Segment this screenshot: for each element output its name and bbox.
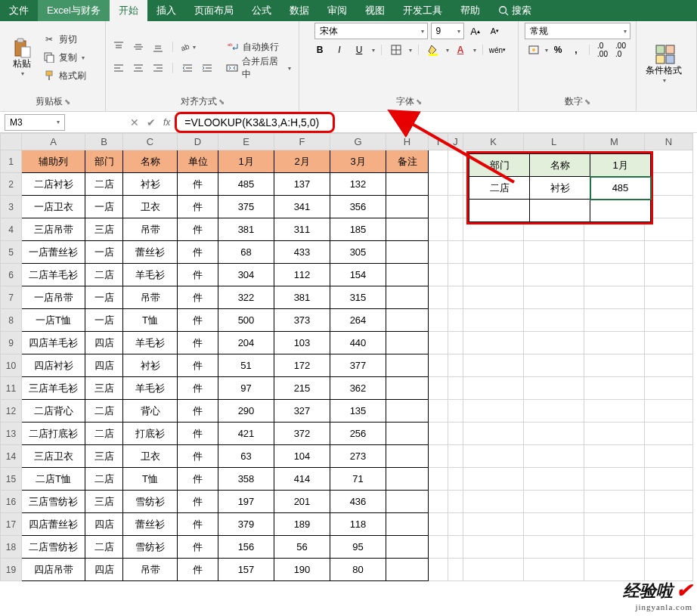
cell[interactable]	[429, 218, 448, 241]
cell[interactable]	[463, 377, 524, 400]
cell[interactable]: 四店羊毛衫	[22, 332, 85, 354]
cell[interactable]	[463, 332, 524, 354]
cell[interactable]	[386, 264, 429, 286]
cell[interactable]: 三店雪纺衫	[22, 491, 85, 513]
cell[interactable]	[386, 196, 429, 218]
cell[interactable]: 三店	[85, 445, 123, 468]
cell[interactable]: 485	[218, 173, 274, 196]
cell[interactable]	[469, 200, 530, 222]
cell[interactable]	[463, 354, 524, 377]
cell[interactable]: 156	[218, 536, 274, 559]
cell[interactable]: 一店	[85, 241, 123, 264]
cell[interactable]: 衬衫	[123, 354, 178, 377]
cell[interactable]: 件	[178, 536, 218, 559]
cell[interactable]	[524, 332, 584, 354]
cell[interactable]	[448, 445, 463, 468]
cell[interactable]	[386, 286, 429, 309]
col-header[interactable]: N	[645, 134, 693, 150]
cell[interactable]	[584, 264, 645, 286]
cell[interactable]	[448, 286, 463, 309]
row-header[interactable]: 17	[1, 513, 22, 536]
cell[interactable]	[584, 332, 645, 354]
cell[interactable]	[584, 241, 645, 264]
cell[interactable]	[429, 536, 448, 559]
cell[interactable]	[463, 445, 524, 468]
cell[interactable]: 二店衬衫	[22, 173, 85, 196]
cell[interactable]: 二店T恤	[22, 468, 85, 491]
col-header[interactable]: E	[218, 134, 274, 150]
cell[interactable]: 三店	[85, 377, 123, 400]
cell[interactable]: 381	[218, 218, 274, 241]
align-bottom-button[interactable]	[150, 39, 166, 55]
cell[interactable]	[463, 264, 524, 286]
cell[interactable]: 485	[590, 177, 651, 200]
cell[interactable]: 190	[274, 559, 330, 581]
formula-input[interactable]: =VLOOKUP(K3&L3,A:H,5,0)	[175, 112, 335, 133]
cell[interactable]	[429, 445, 448, 468]
cell[interactable]: 421	[218, 423, 274, 445]
cell[interactable]: 358	[218, 468, 274, 491]
cell[interactable]: 290	[218, 400, 274, 423]
cell[interactable]: 二店雪纺衫	[22, 536, 85, 559]
cell[interactable]	[386, 491, 429, 513]
row-header[interactable]: 8	[1, 309, 22, 332]
cell[interactable]: 二店	[85, 400, 123, 423]
cell[interactable]: 80	[330, 559, 386, 581]
cell[interactable]	[584, 309, 645, 332]
cell[interactable]	[584, 400, 645, 423]
cell[interactable]: 件	[178, 445, 218, 468]
cell[interactable]	[524, 241, 584, 264]
cell[interactable]: 381	[274, 286, 330, 309]
cell[interactable]: 1月	[218, 150, 274, 173]
row-header[interactable]: 10	[1, 354, 22, 377]
cell[interactable]	[429, 241, 448, 264]
cell[interactable]	[386, 400, 429, 423]
cell[interactable]: 104	[274, 445, 330, 468]
cell[interactable]	[645, 309, 693, 332]
cell[interactable]	[429, 468, 448, 491]
cell[interactable]: 件	[178, 400, 218, 423]
cell[interactable]: 112	[274, 264, 330, 286]
cell[interactable]: 433	[274, 241, 330, 264]
row-header[interactable]: 12	[1, 400, 22, 423]
indent-decrease-button[interactable]	[179, 60, 196, 76]
cell[interactable]	[448, 150, 463, 173]
cell[interactable]	[448, 354, 463, 377]
cell[interactable]: 315	[330, 286, 386, 309]
col-header[interactable]: A	[22, 134, 85, 150]
font-name-combo[interactable]: 宋体▾	[314, 23, 428, 39]
cell[interactable]	[645, 286, 693, 309]
row-header[interactable]: 13	[1, 423, 22, 445]
cell[interactable]: 卫衣	[123, 445, 178, 468]
cell[interactable]: 四店	[85, 354, 123, 377]
cell[interactable]: 雪纺衫	[123, 491, 178, 513]
cell[interactable]: 名称	[123, 150, 178, 173]
cell[interactable]: 373	[274, 309, 330, 332]
cell[interactable]: 172	[274, 354, 330, 377]
cell[interactable]	[584, 559, 645, 581]
cut-button[interactable]: ✂ 剪切	[39, 31, 89, 48]
fx-icon[interactable]: fx	[163, 117, 170, 128]
cell[interactable]: 三店羊毛衫	[22, 377, 85, 400]
cell[interactable]	[386, 241, 429, 264]
cell[interactable]: 215	[274, 377, 330, 400]
cell[interactable]: 件	[178, 173, 218, 196]
cell[interactable]	[386, 559, 429, 581]
cell[interactable]: 256	[330, 423, 386, 445]
cell[interactable]: 273	[330, 445, 386, 468]
cell[interactable]: 2月	[274, 150, 330, 173]
cell[interactable]: 95	[330, 536, 386, 559]
row-header[interactable]: 4	[1, 218, 22, 241]
cell[interactable]	[645, 468, 693, 491]
percent-button[interactable]: %	[550, 42, 566, 58]
cell[interactable]: 件	[178, 196, 218, 218]
cell[interactable]: 三店吊带	[22, 218, 85, 241]
cell[interactable]: 蕾丝衫	[123, 513, 178, 536]
dialog-launcher-icon[interactable]: ⬊	[416, 98, 422, 106]
cell[interactable]	[429, 196, 448, 218]
col-header[interactable]: G	[330, 134, 386, 150]
cell[interactable]	[463, 513, 524, 536]
cell[interactable]	[429, 559, 448, 581]
cell[interactable]: 单位	[178, 150, 218, 173]
cell[interactable]: 二店	[85, 468, 123, 491]
